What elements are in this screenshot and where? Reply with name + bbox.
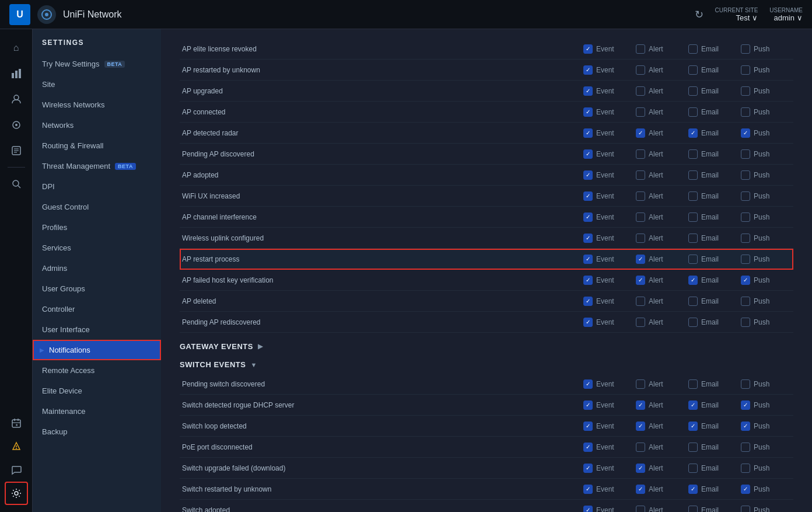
checkbox[interactable]: [741, 65, 750, 75]
nav-users[interactable]: [5, 88, 28, 111]
nav-alerts[interactable]: [5, 435, 28, 458]
checkbox[interactable]: [636, 234, 645, 243]
checkbox[interactable]: [583, 276, 593, 285]
checkbox[interactable]: [636, 170, 645, 180]
site-selector[interactable]: CURRENT SITE Test ∨: [715, 7, 758, 22]
checkbox[interactable]: [688, 464, 698, 473]
sidebar-item-threat-management[interactable]: Threat Management BETA: [33, 156, 161, 176]
sidebar-item-notifications[interactable]: ▶ Notifications: [33, 340, 161, 360]
checkbox[interactable]: [741, 276, 750, 285]
checkbox[interactable]: [636, 65, 645, 75]
checkbox[interactable]: [636, 506, 645, 513]
checkbox[interactable]: [583, 44, 593, 54]
sync-button[interactable]: ↻: [695, 8, 704, 21]
checkbox[interactable]: [583, 297, 593, 306]
sidebar-item-elite-device[interactable]: Elite Device: [33, 381, 161, 401]
checkbox[interactable]: [583, 149, 593, 159]
sidebar-item-try-new-settings[interactable]: Try New Settings BETA: [33, 54, 161, 74]
sidebar-item-wireless-networks[interactable]: Wireless Networks: [33, 95, 161, 115]
username[interactable]: admin ∨: [774, 13, 803, 22]
checkbox[interactable]: [636, 379, 645, 389]
checkbox[interactable]: [741, 86, 750, 96]
checkbox[interactable]: [583, 65, 593, 75]
checkbox[interactable]: [583, 379, 593, 389]
sidebar-item-admins[interactable]: Admins: [33, 258, 161, 278]
sidebar-item-routing-firewall[interactable]: Routing & Firewall: [33, 135, 161, 156]
checkbox[interactable]: [583, 464, 593, 473]
checkbox[interactable]: [741, 506, 750, 513]
checkbox[interactable]: [741, 485, 750, 494]
nav-calendar[interactable]: ★: [5, 412, 28, 435]
checkbox[interactable]: [636, 422, 645, 431]
checkbox[interactable]: [636, 149, 645, 159]
checkbox[interactable]: [688, 128, 698, 138]
checkbox[interactable]: [636, 128, 645, 138]
checkbox[interactable]: [583, 255, 593, 264]
checkbox[interactable]: [688, 443, 698, 452]
sidebar-item-guest-control[interactable]: Guest Control: [33, 197, 161, 217]
checkbox[interactable]: [741, 255, 750, 264]
nav-topology[interactable]: [5, 113, 28, 137]
checkbox[interactable]: [583, 506, 593, 513]
checkbox[interactable]: [636, 485, 645, 494]
checkbox[interactable]: [741, 422, 750, 431]
checkbox[interactable]: [741, 128, 750, 138]
nav-reports[interactable]: [5, 139, 28, 162]
nav-home[interactable]: ⌂: [5, 36, 28, 60]
checkbox[interactable]: [636, 213, 645, 222]
checkbox[interactable]: [583, 234, 593, 243]
checkbox[interactable]: [688, 191, 698, 201]
checkbox[interactable]: [636, 443, 645, 452]
checkbox[interactable]: [741, 400, 750, 410]
user-selector[interactable]: USERNAME admin ∨: [769, 7, 803, 22]
checkbox[interactable]: [636, 400, 645, 410]
checkbox[interactable]: [583, 400, 593, 410]
checkbox[interactable]: [688, 297, 698, 306]
switch-events-header[interactable]: SWITCH EVENTS ▼: [180, 360, 793, 369]
checkbox[interactable]: [583, 191, 593, 201]
checkbox[interactable]: [741, 443, 750, 452]
checkbox[interactable]: [688, 65, 698, 75]
checkbox[interactable]: [636, 86, 645, 96]
checkbox[interactable]: [636, 107, 645, 117]
checkbox[interactable]: [583, 318, 593, 327]
checkbox[interactable]: [688, 44, 698, 54]
nav-chat[interactable]: [5, 458, 28, 482]
checkbox[interactable]: [688, 379, 698, 389]
checkbox[interactable]: [636, 297, 645, 306]
checkbox[interactable]: [583, 107, 593, 117]
nav-settings[interactable]: [5, 482, 28, 505]
checkbox[interactable]: [688, 485, 698, 494]
sidebar-item-user-interface[interactable]: User Interface: [33, 319, 161, 340]
checkbox[interactable]: [688, 86, 698, 96]
nav-stats[interactable]: [5, 62, 28, 85]
sidebar-item-maintenance[interactable]: Maintenance: [33, 401, 161, 422]
checkbox[interactable]: [583, 443, 593, 452]
checkbox[interactable]: [688, 400, 698, 410]
sidebar-item-controller[interactable]: Controller: [33, 299, 161, 319]
gateway-events-header[interactable]: GATEWAY EVENTS ▶: [180, 342, 793, 351]
sidebar-item-profiles[interactable]: Profiles: [33, 217, 161, 238]
checkbox[interactable]: [741, 297, 750, 306]
sidebar-item-dpi[interactable]: DPI: [33, 176, 161, 197]
checkbox[interactable]: [741, 107, 750, 117]
checkbox[interactable]: [741, 234, 750, 243]
checkbox[interactable]: [688, 213, 698, 222]
sidebar-item-remote-access[interactable]: Remote Access: [33, 360, 161, 381]
checkbox[interactable]: [688, 107, 698, 117]
checkbox[interactable]: [636, 276, 645, 285]
checkbox[interactable]: [688, 276, 698, 285]
checkbox[interactable]: [741, 191, 750, 201]
checkbox[interactable]: [688, 170, 698, 180]
checkbox[interactable]: [688, 149, 698, 159]
checkbox[interactable]: [636, 255, 645, 264]
checkbox[interactable]: [688, 255, 698, 264]
sidebar-item-site[interactable]: Site: [33, 74, 161, 95]
checkbox[interactable]: [688, 506, 698, 513]
checkbox[interactable]: [688, 234, 698, 243]
sidebar-item-networks[interactable]: Networks: [33, 115, 161, 135]
sidebar-item-backup[interactable]: Backup: [33, 422, 161, 442]
checkbox[interactable]: [688, 318, 698, 327]
checkbox[interactable]: [636, 318, 645, 327]
checkbox[interactable]: [636, 44, 645, 54]
